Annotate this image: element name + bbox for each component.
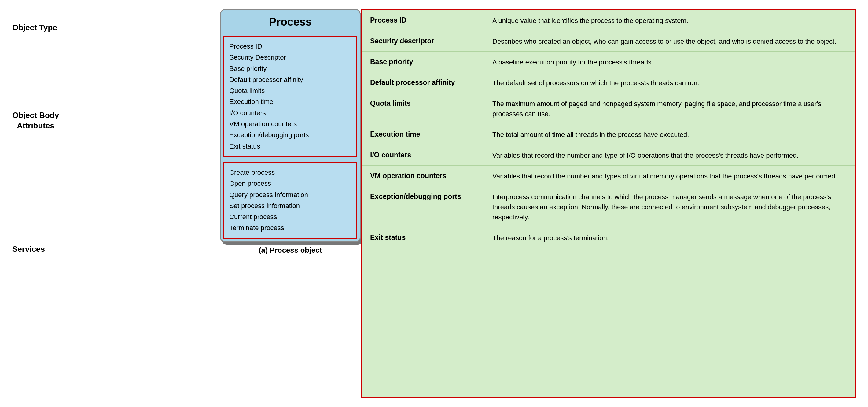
detail-row: Default processor affinityThe default se…: [362, 72, 855, 93]
detail-term: I/O counters: [370, 150, 483, 160]
center-panel: Process Process IDSecurity DescriptorBas…: [220, 9, 361, 398]
detail-desc: The default set of processors on which t…: [492, 78, 846, 88]
detail-row: VM operation countersVariables that reco…: [362, 166, 855, 186]
object-body-item: Base priority: [229, 63, 351, 74]
process-title: Process: [221, 10, 360, 33]
detail-desc: Describes who created an object, who can…: [492, 36, 846, 46]
process-box: Process Process IDSecurity DescriptorBas…: [220, 9, 361, 242]
object-body-item: Process ID: [229, 41, 351, 52]
service-item: Set process information: [229, 200, 351, 212]
services-label: Services: [12, 198, 220, 300]
page: Object Type Object Body Attributes Servi…: [0, 0, 868, 407]
detail-desc: Interprocess communication channels to w…: [492, 192, 846, 222]
detail-row: Exception/debugging portsInterprocess co…: [362, 186, 855, 227]
object-type-label: Object Type: [12, 9, 220, 43]
service-item: Open process: [229, 178, 351, 189]
object-body-item: Security Descriptor: [229, 52, 351, 63]
detail-desc: The total amount of time all threads in …: [492, 130, 846, 139]
detail-row: Process IDA unique value that identifies…: [362, 10, 855, 31]
detail-row: Security descriptorDescribes who created…: [362, 31, 855, 52]
object-body-label: Object Body Attributes: [12, 43, 220, 198]
detail-term: Security descriptor: [370, 36, 483, 46]
caption: (a) Process object: [220, 246, 361, 256]
object-body-item: Exit status: [229, 141, 351, 152]
detail-term: Exit status: [370, 233, 483, 243]
service-item: Create process: [229, 167, 351, 178]
detail-row: Quota limitsThe maximum amount of paged …: [362, 93, 855, 124]
detail-term: Execution time: [370, 130, 483, 139]
detail-row: Base priorityA baseline execution priori…: [362, 52, 855, 72]
detail-desc: A baseline execution priority for the pr…: [492, 57, 846, 67]
object-body-section: Process IDSecurity DescriptorBase priori…: [223, 36, 357, 157]
detail-row: I/O countersVariables that record the nu…: [362, 145, 855, 166]
detail-term: Default processor affinity: [370, 78, 483, 88]
detail-row: Execution timeThe total amount of time a…: [362, 124, 855, 145]
detail-desc: Variables that record the number and typ…: [492, 150, 846, 160]
services-section: Create processOpen processQuery process …: [223, 162, 357, 239]
object-body-item: VM operation counters: [229, 119, 351, 130]
object-body-item: Quota limits: [229, 85, 351, 96]
right-panel: Process IDA unique value that identifies…: [361, 9, 856, 398]
service-item: Terminate process: [229, 222, 351, 233]
service-item: Current process: [229, 212, 351, 222]
object-body-item: I/O counters: [229, 107, 351, 119]
detail-term: Base priority: [370, 57, 483, 67]
service-item: Query process information: [229, 189, 351, 200]
detail-desc: The reason for a process's termination.: [492, 233, 846, 243]
detail-row: Exit statusThe reason for a process's te…: [362, 227, 855, 248]
detail-term: Process ID: [370, 15, 483, 26]
left-panel: Object Type Object Body Attributes Servi…: [12, 9, 220, 398]
object-body-item: Exception/debugging ports: [229, 130, 351, 140]
detail-desc: The maximum amount of paged and nonpaged…: [492, 99, 846, 119]
detail-term: Exception/debugging ports: [370, 192, 483, 222]
detail-term: VM operation counters: [370, 171, 483, 181]
detail-term: Quota limits: [370, 99, 483, 119]
detail-desc: Variables that record the number and typ…: [492, 171, 846, 181]
object-body-item: Execution time: [229, 96, 351, 107]
object-body-item: Default processor affinity: [229, 74, 351, 85]
detail-desc: A unique value that identifies the proce…: [492, 15, 846, 26]
